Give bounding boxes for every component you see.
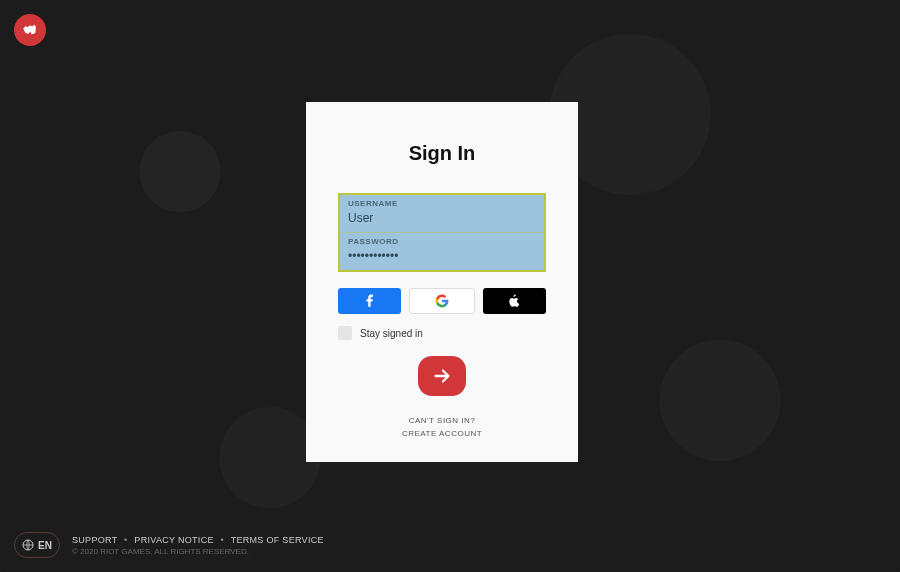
language-button[interactable]: EN (14, 532, 60, 558)
signin-title: Sign In (409, 142, 476, 165)
footer-text: SUPPORT • PRIVACY NOTICE • TERMS OF SERV… (72, 535, 324, 556)
support-link[interactable]: SUPPORT (72, 535, 117, 545)
separator: • (124, 535, 127, 545)
footer-links: SUPPORT • PRIVACY NOTICE • TERMS OF SERV… (72, 535, 324, 545)
username-input[interactable] (348, 211, 536, 225)
fist-icon (21, 21, 39, 39)
password-label: PASSWORD (348, 237, 536, 246)
arrow-right-icon (431, 365, 453, 387)
apple-icon (507, 294, 521, 308)
privacy-link[interactable]: PRIVACY NOTICE (134, 535, 213, 545)
copyright: © 2020 RIOT GAMES. ALL RIGHTS RESERVED. (72, 547, 324, 556)
social-login-row (338, 288, 546, 314)
google-login-button[interactable] (409, 288, 474, 314)
username-field-wrap[interactable]: USERNAME (340, 195, 544, 233)
password-input[interactable] (348, 249, 536, 263)
stay-signed-in-label: Stay signed in (360, 328, 423, 339)
terms-link[interactable]: TERMS OF SERVICE (231, 535, 324, 545)
submit-button[interactable] (418, 356, 466, 396)
stay-signed-in-checkbox[interactable] (338, 326, 352, 340)
google-icon (435, 294, 449, 308)
footer: EN SUPPORT • PRIVACY NOTICE • TERMS OF S… (14, 532, 886, 558)
create-account-link[interactable]: CREATE ACCOUNT (402, 429, 482, 438)
facebook-login-button[interactable] (338, 288, 401, 314)
cant-sign-in-link[interactable]: CAN'T SIGN IN? (402, 416, 482, 425)
password-field-wrap[interactable]: PASSWORD (340, 233, 544, 270)
credentials-group: USERNAME PASSWORD (338, 193, 546, 272)
username-label: USERNAME (348, 199, 536, 208)
language-code: EN (38, 540, 52, 551)
help-links: CAN'T SIGN IN? CREATE ACCOUNT (402, 416, 482, 442)
globe-icon (22, 539, 34, 551)
apple-login-button[interactable] (483, 288, 546, 314)
brand-logo[interactable] (14, 14, 46, 46)
signin-card: Sign In USERNAME PASSWORD (306, 102, 578, 462)
separator: • (221, 535, 224, 545)
facebook-icon (363, 294, 377, 308)
stay-signed-in-row: Stay signed in (338, 326, 546, 340)
